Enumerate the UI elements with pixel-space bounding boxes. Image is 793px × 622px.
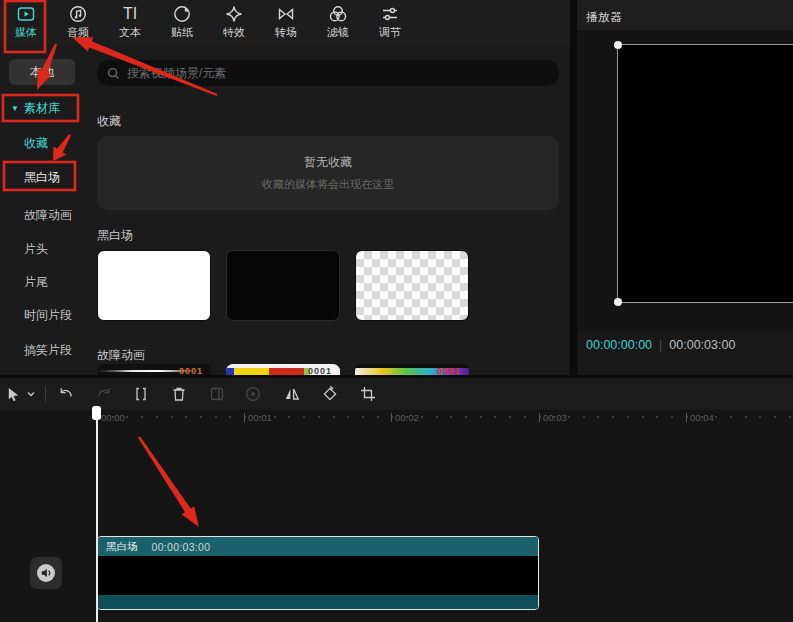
tab-text[interactable]: TI 文本 <box>104 3 156 44</box>
tab-sticker-label: 贴纸 <box>171 26 193 38</box>
favorites-section-header: 收藏 <box>97 113 121 130</box>
transparent-field-thumbnail[interactable] <box>355 250 469 321</box>
sidebar-item-bw-field[interactable]: 黑白场 <box>24 169 60 185</box>
rotate-button[interactable] <box>321 385 339 403</box>
split-button[interactable] <box>132 385 150 403</box>
sidebar-item-local[interactable]: 本地 <box>9 59 75 85</box>
speaker-icon <box>36 563 56 583</box>
search-input[interactable] <box>127 66 527 80</box>
tab-transition[interactable]: 转场 <box>260 3 312 44</box>
redo-button[interactable] <box>95 385 113 403</box>
clip-duration: 00:00:03:00 <box>152 541 211 553</box>
sidebar-item-glitch-animation[interactable]: 故障动画 <box>24 207 72 223</box>
ruler-label: 00:02 <box>391 413 419 423</box>
tab-media-label: 媒体 <box>15 26 37 38</box>
selection-handle-bottom-left[interactable] <box>614 298 622 306</box>
chevron-down-icon[interactable]: ▼ <box>11 104 19 113</box>
glitch-section-header: 故障动画 <box>97 347 145 364</box>
player-canvas-area <box>577 30 793 330</box>
current-time: 00:00:00:00 <box>586 338 652 352</box>
selection-handle-top-left[interactable] <box>614 41 622 49</box>
sidebar-item-time-segment[interactable]: 时间片段 <box>24 307 72 323</box>
search-icon <box>107 67 120 80</box>
tab-adjust-label: 调节 <box>379 26 401 38</box>
time-separator: | <box>659 338 662 352</box>
tab-audio-label: 音频 <box>67 26 89 38</box>
tab-text-label: 文本 <box>119 26 141 38</box>
mirror-button[interactable] <box>283 385 301 403</box>
tab-effects-label: 特效 <box>223 26 245 38</box>
clip-name: 黑白场 <box>106 540 138 554</box>
video-editor-app: 媒体 音频 TI 文本 贴纸 特效 <box>0 0 793 622</box>
tab-filter[interactable]: 滤镜 <box>312 3 364 44</box>
ruler-label: 00:00 <box>97 413 125 423</box>
timeline-ruler[interactable]: 00:00 00:01 00:02 00:03 00:04 <box>0 410 793 427</box>
toolbar-divider <box>45 386 46 402</box>
sticker-icon <box>172 3 193 24</box>
adjust-icon <box>380 3 401 24</box>
freeze-frame-button[interactable] <box>208 385 226 403</box>
tab-audio[interactable]: 音频 <box>52 3 104 44</box>
panel-divider-vertical <box>570 0 577 375</box>
bw-field-section-header: 黑白场 <box>97 227 133 244</box>
favorites-empty-state: 暂无收藏 收藏的媒体将会出现在这里 <box>97 136 559 210</box>
effects-icon <box>224 3 245 24</box>
clip-footer <box>98 595 538 609</box>
filter-icon <box>328 3 349 24</box>
player-title: 播放器 <box>586 9 622 26</box>
timeline-section: 00:00 00:01 00:02 00:03 00:04 黑白场 00:00:… <box>0 378 793 622</box>
tab-media[interactable]: 媒体 <box>0 3 52 44</box>
preview-canvas <box>617 44 793 303</box>
audio-icon <box>68 3 89 24</box>
track-mute-button[interactable] <box>30 557 62 589</box>
top-tab-bar: 媒体 音频 TI 文本 贴纸 特效 <box>0 0 570 45</box>
select-tool-button[interactable] <box>4 385 22 403</box>
sidebar-item-outro[interactable]: 片尾 <box>24 274 48 290</box>
transition-icon <box>276 3 297 24</box>
sidebar-item-favorites[interactable]: 收藏 <box>24 135 48 151</box>
empty-state-title: 暂无收藏 <box>304 154 352 171</box>
playhead-handle[interactable] <box>92 406 101 420</box>
tab-sticker[interactable]: 贴纸 <box>156 3 208 44</box>
player-time-display: 00:00:00:00 | 00:00:03:00 <box>586 338 735 352</box>
sidebar-item-intro[interactable]: 片头 <box>24 241 48 257</box>
ruler-label: 00:01 <box>244 413 272 423</box>
clip-body <box>98 556 538 595</box>
sidebar-item-funny-segment[interactable]: 搞笑片段 <box>24 342 72 358</box>
ruler-label: 00:04 <box>686 413 714 423</box>
crop-button[interactable] <box>359 385 377 403</box>
player-panel: 播放器 00:00:00:00 | 00:00:03:00 <box>577 0 793 375</box>
sidebar-item-material-library[interactable]: 素材库 <box>24 100 60 116</box>
total-duration: 00:00:03:00 <box>669 338 735 352</box>
timeline-clip-bw-field[interactable]: 黑白场 00:00:03:00 <box>97 536 539 610</box>
empty-state-subtitle: 收藏的媒体将会出现在这里 <box>262 177 394 192</box>
search-bar <box>97 60 559 86</box>
black-field-thumbnail[interactable] <box>226 250 340 321</box>
delete-button[interactable] <box>170 385 188 403</box>
tab-effects[interactable]: 特效 <box>208 3 260 44</box>
playhead-line[interactable] <box>96 408 98 622</box>
text-icon: TI <box>120 3 141 24</box>
clip-header: 黑白场 00:00:03:00 <box>98 537 538 556</box>
white-field-thumbnail[interactable] <box>97 250 211 321</box>
preview-play-button[interactable] <box>244 385 262 403</box>
ruler-label: 00:03 <box>539 413 567 423</box>
media-library-panel: 媒体 音频 TI 文本 贴纸 特效 <box>0 0 570 375</box>
select-tool-dropdown-chevron-icon[interactable] <box>22 385 40 403</box>
tab-adjust[interactable]: 调节 <box>364 3 416 44</box>
tab-filter-label: 滤镜 <box>327 26 349 38</box>
media-icon <box>16 3 37 24</box>
tab-transition-label: 转场 <box>275 26 297 38</box>
timeline-toolbar <box>0 378 793 410</box>
undo-button[interactable] <box>57 385 75 403</box>
